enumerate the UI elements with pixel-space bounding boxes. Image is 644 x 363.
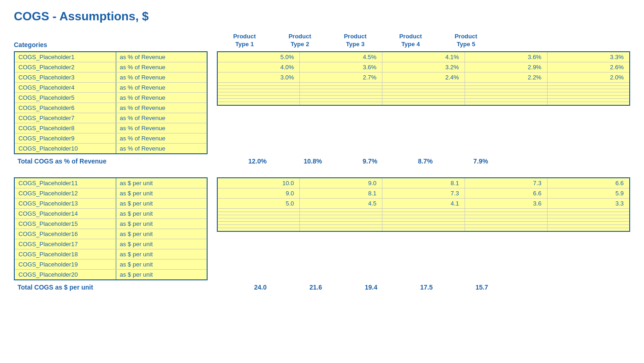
row-name-cell: COGS_Placeholder17	[14, 239, 116, 249]
data-cell: 4.5%	[300, 52, 382, 62]
total-value-cell: 24.0	[217, 282, 272, 292]
data-cell	[300, 95, 382, 98]
table-row: 10.09.08.17.36.6	[217, 178, 630, 188]
data-cell: 7.3	[382, 188, 465, 198]
total-value-cell: 19.4	[328, 282, 383, 292]
row-name-cell: COGS_Placeholder11	[14, 178, 116, 188]
data-cell: 2.4%	[382, 72, 465, 82]
table-row: 9.08.17.36.65.9	[217, 188, 630, 198]
data-cell	[382, 208, 465, 212]
total-value-cell: 9.7%	[328, 156, 383, 166]
table-row: COGS_Placeholder14as $ per unit	[14, 208, 207, 218]
row-type-cell: as $ per unit	[116, 259, 207, 269]
data-cell	[300, 224, 382, 228]
data-cell	[300, 215, 382, 218]
row-type-cell: as $ per unit	[116, 239, 207, 249]
table-row	[217, 85, 630, 89]
data-cell	[382, 89, 465, 92]
section1-right-table: 5.0%4.5%4.1%3.6%3.3%4.0%3.6%3.2%2.9%2.6%…	[217, 51, 630, 106]
data-cell	[217, 221, 300, 224]
section1-left-table: COGS_Placeholder1as % of RevenueCOGS_Pla…	[14, 51, 208, 154]
row-type-cell: as % of Revenue	[116, 52, 207, 62]
data-cell	[217, 215, 300, 218]
data-cell	[382, 85, 465, 89]
table-row: 5.0%4.5%4.1%3.6%3.3%	[217, 52, 630, 62]
row-type-cell: as % of Revenue	[116, 103, 207, 113]
data-cell	[300, 89, 382, 92]
data-cell	[547, 95, 630, 98]
data-cell: 7.3	[465, 178, 547, 188]
table-row	[217, 208, 630, 212]
table-row: 5.04.54.13.63.3	[217, 198, 630, 208]
table-row: COGS_Placeholder18as $ per unit	[14, 249, 207, 259]
data-cell	[382, 221, 465, 224]
data-cell	[217, 212, 300, 215]
data-cell	[217, 95, 300, 98]
data-cell	[217, 228, 300, 231]
data-cell	[465, 224, 547, 228]
data-cell: 3.0%	[217, 72, 300, 82]
data-cell: 10.0	[217, 178, 300, 188]
table-row	[217, 102, 630, 105]
data-cell: 3.3	[547, 198, 630, 208]
data-cell: 2.6%	[547, 62, 630, 72]
row-name-cell: COGS_Placeholder18	[14, 249, 116, 259]
data-cell	[300, 98, 382, 102]
section1-block: COGS_Placeholder1as % of RevenueCOGS_Pla…	[14, 51, 630, 166]
row-type-cell: as % of Revenue	[116, 62, 207, 72]
data-cell	[217, 98, 300, 102]
data-cell	[217, 218, 300, 221]
table-row: COGS_Placeholder16as $ per unit	[14, 229, 207, 239]
product-header-3: ProductType 3	[328, 33, 383, 51]
section2-total-label: Total COGS as $ per unit	[18, 284, 93, 291]
row-name-cell: COGS_Placeholder4	[14, 82, 116, 92]
data-cell	[465, 85, 547, 89]
data-cell	[547, 92, 630, 95]
data-cell	[465, 208, 547, 212]
data-cell	[300, 85, 382, 89]
data-cell	[465, 228, 547, 231]
data-cell	[547, 85, 630, 89]
data-cell: 8.1	[300, 188, 382, 198]
data-cell	[547, 212, 630, 215]
data-cell: 2.2%	[465, 72, 547, 82]
data-cell	[465, 218, 547, 221]
data-cell	[382, 102, 465, 105]
data-cell	[382, 218, 465, 221]
data-cell: 3.3%	[547, 52, 630, 62]
data-cell	[382, 95, 465, 98]
data-cell: 4.1%	[382, 52, 465, 62]
data-cell: 4.0%	[217, 62, 300, 72]
row-name-cell: COGS_Placeholder20	[14, 269, 116, 280]
data-cell	[547, 224, 630, 228]
row-type-cell: as % of Revenue	[116, 82, 207, 92]
data-cell	[382, 92, 465, 95]
data-cell	[217, 92, 300, 95]
data-cell	[465, 212, 547, 215]
row-name-cell: COGS_Placeholder9	[14, 133, 116, 143]
data-cell	[547, 102, 630, 105]
total-value-cell: 7.9%	[438, 156, 494, 166]
table-row: COGS_Placeholder12as $ per unit	[14, 188, 207, 198]
data-cell	[300, 102, 382, 105]
table-row: COGS_Placeholder6as % of Revenue	[14, 103, 207, 113]
table-row: COGS_Placeholder2as % of Revenue	[14, 62, 207, 72]
table-row: 4.0%3.6%3.2%2.9%2.6%	[217, 62, 630, 72]
data-cell: 2.9%	[465, 62, 547, 72]
table-row: COGS_Placeholder13as $ per unit	[14, 198, 207, 208]
data-cell: 6.6	[547, 178, 630, 188]
product-header-4: ProductType 4	[383, 33, 438, 51]
row-name-cell: COGS_Placeholder12	[14, 188, 116, 198]
section1-total-label: Total COGS as % of Revenue	[18, 157, 107, 165]
table-row: COGS_Placeholder5as % of Revenue	[14, 92, 207, 103]
table-row	[217, 228, 630, 231]
total-value-cell: 10.8%	[272, 156, 328, 166]
row-type-cell: as $ per unit	[116, 208, 207, 218]
row-name-cell: COGS_Placeholder3	[14, 72, 116, 82]
row-type-cell: as % of Revenue	[116, 123, 207, 133]
row-type-cell: as $ per unit	[116, 218, 207, 229]
row-type-cell: as $ per unit	[116, 269, 207, 280]
data-cell: 5.0	[217, 198, 300, 208]
row-name-cell: COGS_Placeholder6	[14, 103, 116, 113]
data-cell: 8.1	[382, 178, 465, 188]
